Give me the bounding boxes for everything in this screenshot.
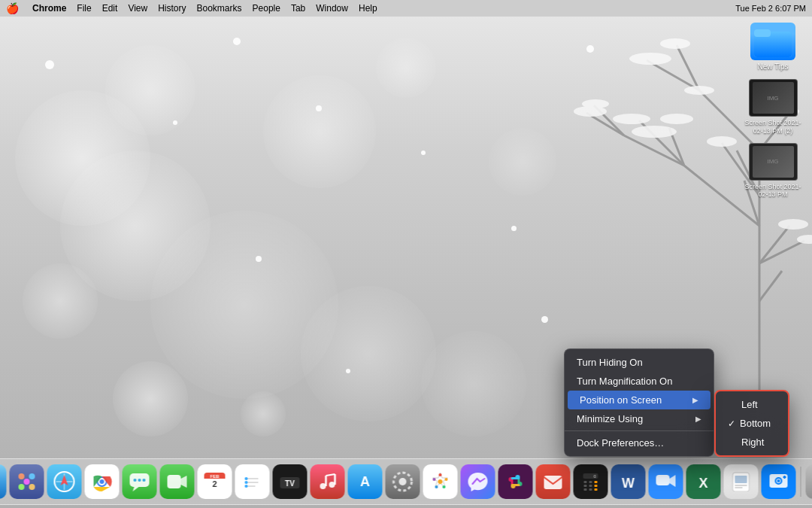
- context-menu-item-position[interactable]: Position on Screen ▶: [568, 391, 710, 409]
- dock-item-appletv[interactable]: TV: [273, 464, 308, 499]
- svg-rect-103: [595, 488, 598, 491]
- svg-point-49: [134, 479, 137, 482]
- screenshot1-label: Screen Shot 2021-02-13 PM (2): [743, 119, 803, 135]
- dock-item-calculator[interactable]: 0: [574, 464, 608, 499]
- context-menu-item-hiding[interactable]: Turn Hiding On: [565, 353, 714, 372]
- svg-point-79: [445, 478, 448, 481]
- menu-tab[interactable]: Tab: [291, 3, 305, 14]
- dock-item-calendar[interactable]: FEB2: [198, 464, 232, 499]
- menubar: 🍎 Chrome File Edit View History Bookmark…: [0, 0, 812, 17]
- menubar-right: Tue Feb 2 6:07 PM: [735, 4, 806, 13]
- svg-point-63: [245, 477, 248, 480]
- menu-edit[interactable]: Edit: [102, 3, 118, 14]
- tree-illustration: [323, 0, 812, 391]
- menu-file[interactable]: File: [77, 3, 91, 14]
- svg-point-22: [660, 38, 690, 49]
- dock-item-zoom[interactable]: [649, 464, 683, 499]
- new-tips-label: New Tips: [757, 62, 788, 71]
- context-menu-item-preferences[interactable]: Dock Preferences…: [565, 433, 714, 452]
- dock-item-word[interactable]: W: [611, 464, 646, 499]
- submenu-arrow-minimize: ▶: [695, 415, 701, 423]
- svg-rect-101: [584, 488, 587, 491]
- dock-item-screenshotplus[interactable]: [762, 464, 796, 499]
- menu-window[interactable]: Window: [316, 3, 348, 14]
- svg-point-19: [660, 114, 693, 124]
- submenu-item-bottom[interactable]: Bottom: [716, 414, 788, 433]
- submenu-item-left[interactable]: Left: [716, 395, 788, 414]
- svg-point-65: [245, 485, 248, 488]
- dock-item-music[interactable]: [311, 464, 345, 499]
- svg-point-24: [582, 99, 609, 108]
- desktop-icon-screenshot1[interactable]: IMG Screen Shot 2021-02-13 PM (2): [743, 79, 803, 135]
- submenu-item-right[interactable]: Right: [716, 433, 788, 452]
- svg-text:0: 0: [594, 474, 596, 479]
- dock-item-messenger[interactable]: [461, 464, 495, 499]
- menubar-datetime: Tue Feb 2 6:07 PM: [735, 4, 806, 13]
- menu-people[interactable]: People: [253, 3, 280, 14]
- svg-point-38: [29, 484, 35, 490]
- svg-rect-105: [656, 475, 670, 485]
- svg-point-21: [629, 53, 671, 65]
- dock-item-reminders[interactable]: [235, 464, 270, 499]
- svg-point-81: [435, 485, 438, 488]
- submenu-arrow: ▶: [692, 396, 698, 404]
- menu-bookmarks[interactable]: Bookmarks: [197, 3, 242, 14]
- svg-rect-98: [584, 485, 587, 487]
- context-menu-item-minimize[interactable]: Minimize Using ▶: [565, 409, 714, 428]
- dock-item-launchpad[interactable]: [10, 464, 44, 499]
- menu-help[interactable]: Help: [359, 3, 377, 14]
- svg-point-51: [143, 479, 146, 482]
- svg-text:X: X: [698, 476, 707, 491]
- svg-rect-31: [754, 29, 771, 37]
- dock-item-facetime[interactable]: [160, 464, 195, 499]
- svg-point-78: [439, 473, 442, 476]
- dock-item-safari[interactable]: [47, 464, 82, 499]
- dock-item-finder[interactable]: [0, 464, 7, 499]
- svg-point-114: [777, 479, 780, 482]
- dock-item-preview[interactable]: [724, 464, 759, 499]
- svg-point-82: [433, 478, 436, 481]
- svg-point-39: [24, 479, 30, 485]
- dock-divider: [801, 467, 801, 497]
- svg-rect-100: [595, 485, 598, 487]
- dock-item-system-preferences[interactable]: [386, 464, 420, 499]
- svg-text:FEB: FEB: [211, 474, 220, 479]
- context-menu-item-magnification[interactable]: Turn Magnification On: [565, 372, 714, 391]
- context-menu-separator: [565, 430, 714, 431]
- dock-item-slack[interactable]: [498, 464, 533, 499]
- svg-rect-93: [583, 473, 598, 479]
- dock-item-excel[interactable]: X: [686, 464, 721, 499]
- svg-point-46: [100, 479, 105, 484]
- svg-rect-102: [589, 488, 592, 491]
- svg-line-72: [326, 474, 335, 476]
- svg-text:TV: TV: [285, 479, 295, 488]
- desktop-icon-new-tips[interactable]: New Tips: [743, 23, 803, 71]
- dock-item-photos[interactable]: [423, 464, 458, 499]
- menu-history[interactable]: History: [158, 3, 186, 14]
- menubar-left: 🍎 Chrome File Edit View History Bookmark…: [6, 2, 377, 14]
- svg-rect-96: [589, 481, 592, 483]
- svg-point-20: [684, 86, 714, 95]
- svg-point-25: [707, 136, 737, 147]
- dock-item-trash[interactable]: [806, 464, 813, 499]
- app-menu[interactable]: Chrome: [32, 3, 66, 14]
- dock-item-chrome[interactable]: [85, 464, 120, 499]
- svg-point-74: [399, 478, 407, 485]
- svg-rect-99: [589, 485, 592, 487]
- screenshot2-label: Screen Shot 2021-02-13 PM: [743, 183, 803, 199]
- dock-item-messages[interactable]: [123, 464, 157, 499]
- svg-point-64: [245, 481, 248, 484]
- dock-item-appstore[interactable]: A: [348, 464, 383, 499]
- desktop-icon-screenshot2[interactable]: IMG Screen Shot 2021-02-13 PM: [743, 143, 803, 199]
- dock-item-airmail[interactable]: [536, 464, 571, 499]
- position-submenu: Left Bottom Right: [714, 390, 789, 457]
- apple-menu[interactable]: 🍎: [6, 2, 19, 14]
- svg-rect-52: [168, 475, 181, 488]
- svg-point-27: [778, 219, 808, 230]
- svg-point-50: [138, 479, 141, 482]
- menu-view[interactable]: View: [128, 3, 147, 14]
- svg-rect-109: [735, 476, 747, 483]
- svg-rect-95: [584, 481, 587, 483]
- svg-rect-90: [511, 477, 520, 479]
- svg-point-77: [438, 479, 443, 484]
